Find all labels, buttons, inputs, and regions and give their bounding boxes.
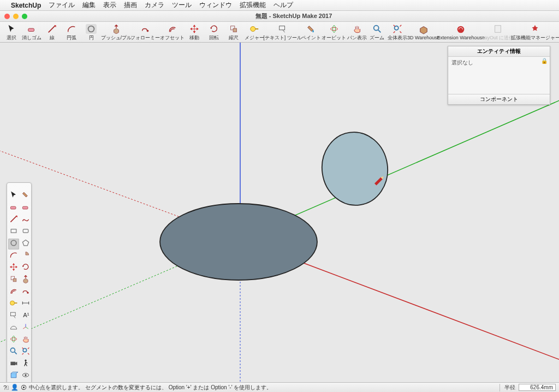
menu-edit[interactable]: 編集 [82, 1, 96, 10]
rotate-button[interactable]: 回転 [207, 24, 221, 41]
palette-line-button[interactable] [8, 215, 19, 225]
arc-button[interactable]: 円弧 [64, 24, 79, 41]
palette-protractor-button[interactable] [8, 323, 19, 334]
palette-select-button[interactable] [8, 191, 19, 201]
zoomext-button[interactable]: 全体表示 [390, 24, 405, 41]
geo-icon[interactable]: ⦿ [21, 384, 27, 391]
palette-freehand-button[interactable] [20, 215, 31, 225]
palette-zoom-button[interactable] [8, 347, 19, 358]
menu-help[interactable]: ヘルプ [273, 1, 293, 10]
line-button[interactable]: 線 [45, 24, 59, 41]
palette-pushpull-button[interactable] [20, 275, 31, 286]
svg-rect-17 [22, 206, 28, 209]
palette-eraser-button[interactable] [8, 203, 19, 213]
zoomext-icon [392, 24, 403, 34]
svg-rect-16 [10, 206, 16, 209]
followme-button[interactable]: フォローミー [134, 24, 157, 41]
palette-dim-button[interactable] [20, 299, 31, 310]
palette-arc-button[interactable] [8, 251, 19, 262]
tape-button[interactable]: メジャー [246, 24, 261, 41]
pushpull-button[interactable]: プッシュ/プル [104, 24, 128, 41]
eraser-button[interactable]: 消しゴム [24, 24, 39, 41]
palette-rect-button[interactable] [8, 227, 19, 237]
svg-point-8 [332, 25, 335, 32]
zoom-icon [372, 24, 383, 34]
eraser-label: 消しゴム [22, 34, 41, 41]
menu-extensions[interactable]: 拡張機能 [240, 1, 266, 10]
palette-camera-button[interactable] [8, 359, 19, 370]
palette-tape-button[interactable] [8, 299, 19, 310]
offset-label: オフセット [160, 34, 185, 41]
pan-button[interactable]: パン表示 [349, 24, 364, 41]
lock-icon[interactable]: 🔒 [541, 58, 548, 64]
palette-pan-button[interactable] [20, 335, 31, 346]
palette-followme-button[interactable] [20, 287, 31, 298]
section-icon [9, 371, 18, 382]
circle-icon [9, 239, 18, 250]
palette-bucket-button[interactable] [20, 191, 31, 201]
small-circle-face[interactable] [317, 128, 392, 209]
palette-axes-button[interactable] [20, 323, 31, 334]
ew-button[interactable]: Extension Warehouse [442, 25, 479, 40]
palette-zoomext-button[interactable] [20, 347, 31, 358]
palette-eraser2-button[interactable] [20, 203, 31, 213]
rrect-icon [21, 227, 30, 237]
3dw-button[interactable]: 3D Warehouse [411, 25, 436, 40]
palette-rotate-button[interactable] [20, 263, 31, 274]
select-icon [6, 24, 17, 34]
menu-camera[interactable]: カメラ [145, 1, 164, 10]
move-button[interactable]: 移動 [187, 24, 201, 41]
maximize-icon[interactable] [22, 14, 27, 19]
palette-scale-button[interactable] [8, 275, 19, 286]
tape-icon [249, 24, 260, 34]
palette-text-button[interactable] [8, 311, 19, 322]
menu-draw[interactable]: 描画 [124, 1, 137, 10]
help-icon[interactable]: ?⃝ [3, 384, 9, 391]
scale-button[interactable]: 縮尺 [227, 24, 241, 41]
arc-icon [9, 251, 18, 262]
palette-poly-button[interactable] [20, 239, 31, 250]
palette-move-button[interactable] [8, 263, 19, 274]
close-icon[interactable] [4, 14, 10, 19]
person-icon[interactable]: 👤 [11, 384, 19, 391]
extmgr-button[interactable]: 拡張機能マネージャー [516, 24, 555, 41]
svg-point-33 [25, 360, 26, 361]
palette-rrect-button[interactable] [20, 227, 31, 237]
palette-look-button[interactable] [20, 371, 31, 382]
menu-file[interactable]: ファイル [49, 1, 75, 10]
extmgr-icon [530, 24, 540, 34]
svg-point-30 [10, 348, 15, 352]
orbit-button[interactable]: オービット [324, 24, 344, 41]
app-name[interactable]: SketchUp [11, 2, 41, 9]
large-tool-palette[interactable]: A¹ [7, 182, 32, 384]
offset-button[interactable]: オフセット [163, 24, 182, 41]
svg-point-20 [11, 240, 16, 246]
zoom-button[interactable]: ズーム [370, 24, 384, 41]
menu-view[interactable]: 表示 [103, 1, 116, 10]
large-circle-face[interactable] [160, 204, 317, 280]
entity-info-panel[interactable]: エンティティ情報 選択なし 🔒 コンポーネント [448, 46, 550, 105]
scale-label: 縮尺 [229, 34, 239, 41]
palette-offset-button[interactable] [8, 287, 19, 298]
palette-section-button[interactable] [8, 371, 19, 382]
poly-icon [21, 239, 30, 250]
palette-a-button[interactable]: A¹ [20, 311, 31, 322]
circle-button[interactable]: 円 [84, 24, 98, 41]
palette-walk-button[interactable] [20, 359, 31, 370]
palette-pie-button[interactable] [20, 251, 31, 262]
minimize-icon[interactable] [13, 14, 19, 19]
select-button[interactable]: 選択 [4, 24, 19, 41]
text-button[interactable]: [テキスト] ツール [267, 24, 298, 41]
modeling-viewport[interactable]: エンティティ情報 選択なし 🔒 コンポーネント A¹ [0, 43, 559, 382]
a-icon: A¹ [21, 311, 30, 322]
3dw-icon [418, 25, 429, 34]
palette-orbit-button[interactable] [8, 335, 19, 346]
followme-icon [21, 287, 30, 298]
menu-tools[interactable]: ツール [172, 1, 192, 10]
palette-circle-button[interactable] [8, 239, 19, 250]
measurement-input[interactable]: 626.4mm [519, 384, 556, 391]
menu-window[interactable]: ウィンドウ [199, 1, 232, 10]
component-panel-header[interactable]: コンポーネント [448, 94, 550, 104]
paint-button[interactable]: ペイント [303, 24, 318, 41]
mac-menubar: SketchUp ファイル 編集 表示 描画 カメラ ツール ウィンドウ 拡張機… [0, 0, 559, 11]
